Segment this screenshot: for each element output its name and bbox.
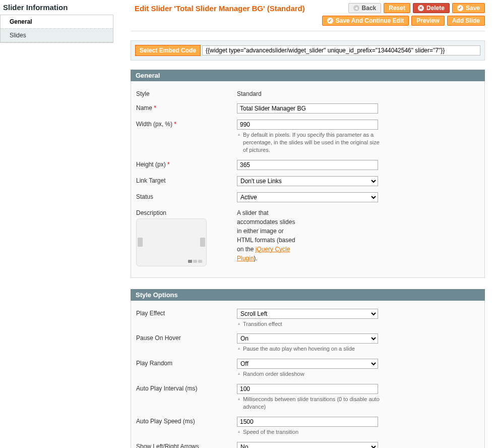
description-text: A slider that accommodates slides in eit… <box>237 208 297 263</box>
reset-button[interactable]: Reset <box>384 3 410 13</box>
preview-dots <box>188 260 202 263</box>
pause-hover-label: Pause On Hover <box>136 333 237 353</box>
check-icon: ✓ <box>457 5 463 11</box>
play-random-label: Play Random <box>136 359 237 378</box>
speed-hint: Speed of the transition <box>237 428 381 436</box>
slider-preview <box>136 218 207 266</box>
back-icon: ◄ <box>353 5 359 11</box>
interval-label: Auto Play Interval (ms) <box>136 384 237 411</box>
button-label: Preview <box>416 17 439 24</box>
play-effect-label: Play Effect <box>136 309 237 328</box>
sidebar: Slider Information General Slides <box>0 0 113 448</box>
button-label: Save <box>466 5 480 12</box>
speed-label: Auto Play Speed (ms) <box>136 417 237 436</box>
section-title: General <box>131 70 485 81</box>
play-effect-hint: Transition effect <box>237 320 381 328</box>
interval-hint: Milliseconds between slide transitions (… <box>237 396 381 411</box>
button-label: Add Slide <box>452 17 480 24</box>
section-title: Style Options <box>131 289 485 301</box>
name-input[interactable] <box>237 103 378 114</box>
back-button[interactable]: ◄Back <box>348 3 382 13</box>
pause-hover-hint: Pause the auto play when hovering on a s… <box>237 345 381 353</box>
preview-button[interactable]: Preview <box>411 16 444 26</box>
section-style-options: Style Options Play Effect Scroll Left Tr… <box>131 289 485 448</box>
preview-arrow-right-icon <box>200 238 205 247</box>
play-random-select[interactable]: Off <box>237 359 378 369</box>
name-label: Name * <box>136 103 237 114</box>
width-label: Width (px, %) * <box>136 120 237 154</box>
save-button[interactable]: ✓Save <box>452 3 485 13</box>
add-slide-button[interactable]: Add Slide <box>447 16 485 26</box>
status-label: Status <box>136 192 237 202</box>
main-content: Edit Slider 'Total Slider Manager BG' (S… <box>113 0 494 448</box>
style-value: Standard <box>237 89 381 97</box>
select-embed-button[interactable]: Select Embed Code <box>135 45 201 56</box>
button-label: Save And Continue Edit <box>336 17 404 24</box>
embed-row: Select Embed Code <box>131 40 485 61</box>
section-general: General Style Standard Name * Width (px,… <box>131 70 485 278</box>
delete-button[interactable]: ✕Delete <box>413 3 450 13</box>
section-body: Style Standard Name * Width (px, %) * By… <box>131 81 485 278</box>
interval-input[interactable] <box>237 384 378 394</box>
sidebar-tab-general[interactable]: General <box>1 15 113 29</box>
button-label: Back <box>362 5 377 12</box>
speed-input[interactable] <box>237 417 378 427</box>
link-target-select[interactable]: Don't use Links <box>237 176 378 186</box>
sidebar-tab-label: Slides <box>10 32 26 39</box>
preview-arrow-left-icon <box>138 238 143 247</box>
width-hint: By default in pixels. If you specify thi… <box>237 131 381 154</box>
sidebar-tab-slides[interactable]: Slides <box>1 29 113 42</box>
sidebar-tab-label: General <box>10 18 32 25</box>
play-effect-select[interactable]: Scroll Left <box>237 309 378 319</box>
sidebar-tabs: General Slides <box>0 15 113 43</box>
height-label: Height (px) * <box>136 160 237 170</box>
button-label: Reset <box>389 5 405 12</box>
button-label: Delete <box>426 5 445 12</box>
link-target-label: Link Target <box>136 176 237 186</box>
section-body: Play Effect Scroll Left Transition effec… <box>131 301 485 448</box>
status-select[interactable]: Active <box>237 192 378 202</box>
divider <box>131 31 485 31</box>
page-title: Edit Slider 'Total Slider Manager BG' (S… <box>131 4 305 13</box>
page-header: Edit Slider 'Total Slider Manager BG' (S… <box>131 3 485 26</box>
arrows-select[interactable]: No <box>237 442 378 448</box>
width-input[interactable] <box>237 120 378 130</box>
delete-icon: ✕ <box>418 5 424 11</box>
check-icon: ✓ <box>327 18 333 24</box>
sidebar-title: Slider Information <box>0 3 113 15</box>
arrows-label: Show Left/Right Arrows <box>136 442 237 448</box>
height-input[interactable] <box>237 160 378 170</box>
save-continue-button[interactable]: ✓Save And Continue Edit <box>322 16 409 26</box>
embed-code-input[interactable] <box>202 45 480 55</box>
pause-hover-select[interactable]: On <box>237 333 378 344</box>
play-random-hint: Random order slideshow <box>237 370 381 378</box>
button-label: Select Embed Code <box>140 47 196 54</box>
style-label: Style <box>136 89 237 97</box>
